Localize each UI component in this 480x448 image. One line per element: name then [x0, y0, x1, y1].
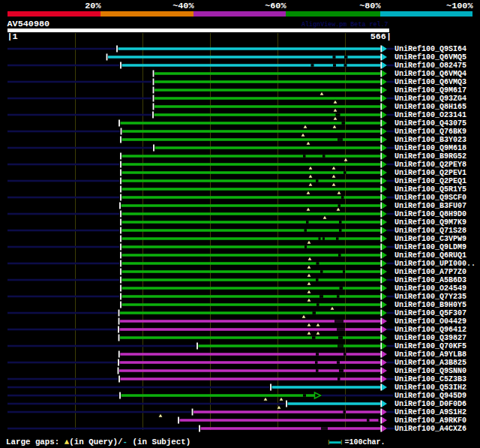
svg-text:UniRef100_C5Z3B3: UniRef100_C5Z3B3 — [394, 375, 466, 383]
svg-text:UniRef100_Q2PEY8: UniRef100_Q2PEY8 — [394, 161, 466, 169]
svg-text:UniRef100_Q5R1Y5: UniRef100_Q5R1Y5 — [394, 185, 466, 194]
svg-text:UniRef100_A5B6D3: UniRef100_A5B6D3 — [394, 276, 466, 284]
svg-text:20%: 20% — [85, 1, 101, 11]
svg-text:UniRef100_B3Y023: UniRef100_B3Y023 — [394, 136, 466, 144]
svg-text:UniRef100_Q9SCF0: UniRef100_Q9SCF0 — [394, 194, 466, 202]
svg-text:UniRef100_Q6VMQ4: UniRef100_Q6VMQ4 — [394, 70, 466, 78]
svg-text:UniRef100_Q2PEV1: UniRef100_Q2PEV1 — [394, 169, 466, 177]
svg-text:UniRef100_O23141: UniRef100_O23141 — [394, 111, 466, 119]
svg-text:UniRef100_Q8H165: UniRef100_Q8H165 — [394, 103, 466, 111]
svg-text:~60%: ~60% — [265, 1, 286, 11]
svg-text:UniRef100_Q93ZG4: UniRef100_Q93ZG4 — [394, 95, 466, 103]
svg-text:UniRef100_Q43075: UniRef100_Q43075 — [394, 119, 466, 128]
svg-text:UniRef100_O82475: UniRef100_O82475 — [394, 62, 466, 70]
svg-text:Large gaps: ▲(in Query)/- (in: Large gaps: ▲(in Query)/- (in Subject) — [6, 437, 190, 446]
svg-text:AlignView.pm Beta rel.7: AlignView.pm Beta rel.7 — [302, 21, 388, 29]
svg-text:~40%: ~40% — [172, 1, 194, 11]
svg-text:UniRef100_A9S1H2: UniRef100_A9S1H2 — [394, 408, 466, 416]
svg-text:UniRef100_C3VPW9: UniRef100_C3VPW9 — [394, 235, 466, 243]
svg-text:=100char.: =100char. — [345, 438, 386, 446]
svg-text:UniRef100_Q2PEQ1: UniRef100_Q2PEQ1 — [394, 177, 466, 185]
svg-text:UniRef100_A9RKF0: UniRef100_A9RKF0 — [394, 416, 466, 425]
svg-text:UniRef100_Q8H9D0: UniRef100_Q8H9D0 — [394, 210, 466, 218]
svg-text:UniRef100_D0F0D6: UniRef100_D0F0D6 — [394, 400, 466, 408]
svg-text:UniRef100_O04429: UniRef100_O04429 — [394, 317, 466, 326]
svg-text:UniRef100_Q6RUQ1: UniRef100_Q6RUQ1 — [394, 251, 466, 260]
svg-text:UniRef100_Q9SI64: UniRef100_Q9SI64 — [394, 45, 466, 53]
svg-text:UniRef100_Q9M617: UniRef100_Q9M617 — [394, 86, 466, 95]
svg-text:AV540980: AV540980 — [8, 19, 50, 29]
svg-text:~80%: ~80% — [359, 1, 381, 11]
svg-text:UniRef100_A4CXZ6: UniRef100_A4CXZ6 — [394, 425, 466, 433]
svg-text:UniRef100_Q7Y235: UniRef100_Q7Y235 — [394, 293, 466, 301]
svg-text:UniRef100_Q96412: UniRef100_Q96412 — [394, 326, 466, 334]
svg-text:UniRef100_UPI000..: UniRef100_UPI000.. — [394, 260, 476, 268]
svg-text:UniRef100_Q6VMQ5: UniRef100_Q6VMQ5 — [394, 53, 466, 62]
svg-text:UniRef100_Q76BK9: UniRef100_Q76BK9 — [394, 128, 466, 136]
svg-text:UniRef100_A3B825: UniRef100_A3B825 — [394, 359, 466, 367]
svg-text:UniRef100_Q6VMQ3: UniRef100_Q6VMQ3 — [394, 78, 466, 86]
svg-text:UniRef100_B3FU07: UniRef100_B3FU07 — [394, 202, 466, 210]
svg-text:UniRef100_A9YLB8: UniRef100_A9YLB8 — [394, 350, 466, 359]
svg-text:UniRef100_B9H0Y5: UniRef100_B9H0Y5 — [394, 301, 466, 309]
svg-text:UniRef100_Q70KF5: UniRef100_Q70KF5 — [394, 342, 466, 350]
svg-text:UniRef100_Q53IH2: UniRef100_Q53IH2 — [394, 383, 466, 392]
svg-text:UniRef100_Q5F307: UniRef100_Q5F307 — [394, 309, 466, 317]
svg-text:UniRef100_Q9M618: UniRef100_Q9M618 — [394, 144, 466, 152]
svg-text:UniRef100_Q9M7K9: UniRef100_Q9M7K9 — [394, 218, 466, 227]
svg-text:UniRef100_O24549: UniRef100_O24549 — [394, 284, 466, 293]
svg-text:UniRef100_Q9LDM9: UniRef100_Q9LDM9 — [394, 243, 466, 251]
svg-text:UniRef100_Q71S28: UniRef100_Q71S28 — [394, 227, 466, 235]
svg-text:UniRef100_Q945D9: UniRef100_Q945D9 — [394, 392, 466, 400]
svg-text:UniRef100_B9RG52: UniRef100_B9RG52 — [394, 152, 466, 161]
svg-text:UniRef100_Q39827: UniRef100_Q39827 — [394, 334, 466, 342]
svg-text:|1: |1 — [8, 32, 18, 42]
svg-text:566|: 566| — [370, 32, 392, 42]
svg-text:~100%: ~100% — [446, 1, 473, 11]
svg-text:UniRef100_Q9SNN0: UniRef100_Q9SNN0 — [394, 367, 466, 375]
svg-text:UniRef100_A7P7Z0: UniRef100_A7P7Z0 — [394, 268, 466, 276]
